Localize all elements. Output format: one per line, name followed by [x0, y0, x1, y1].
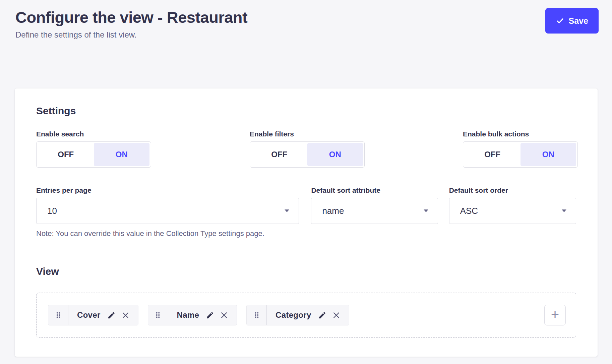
- field-pill-cover[interactable]: Cover: [48, 305, 138, 325]
- default-sort-attribute-select[interactable]: name: [311, 198, 438, 224]
- field-pill-label: Name: [177, 310, 199, 320]
- enable-filters-field: Enable filters OFF ON: [250, 130, 463, 168]
- field-pill-category[interactable]: Category: [246, 305, 349, 325]
- enable-bulk-actions-off-option[interactable]: OFF: [465, 143, 521, 166]
- save-button-label: Save: [569, 16, 588, 26]
- toggles-row: Enable search OFF ON Enable filters OFF …: [36, 130, 576, 168]
- default-sort-order-select[interactable]: ASC: [449, 198, 576, 224]
- enable-filters-toggle[interactable]: OFF ON: [250, 141, 365, 168]
- view-section-heading: View: [36, 266, 576, 277]
- entries-per-page-note: Note: You can override this value in the…: [36, 229, 299, 238]
- settings-section-heading: Settings: [36, 105, 576, 117]
- page-header: Configure the view - Restaurant Define t…: [0, 0, 612, 40]
- field-layout-dropzone: Cover: [36, 293, 576, 338]
- default-sort-order-label: Default sort order: [449, 186, 576, 194]
- enable-search-toggle[interactable]: OFF ON: [36, 141, 151, 168]
- drag-handle-icon[interactable]: [247, 305, 267, 325]
- entries-per-page-value: 10: [47, 206, 57, 216]
- chevron-down-icon: [285, 209, 289, 212]
- pencil-icon[interactable]: [318, 311, 326, 319]
- enable-filters-label: Enable filters: [250, 130, 463, 138]
- enable-filters-off-option[interactable]: OFF: [251, 143, 307, 166]
- field-pill-label: Cover: [77, 310, 101, 320]
- drag-handle-icon[interactable]: [48, 305, 68, 325]
- enable-search-off-option[interactable]: OFF: [38, 143, 94, 166]
- pencil-icon[interactable]: [206, 311, 214, 319]
- section-divider: [36, 251, 576, 251]
- entries-per-page-select[interactable]: 10: [36, 198, 299, 224]
- add-field-button[interactable]: +: [544, 305, 566, 325]
- default-sort-attribute-field: Default sort attribute name: [311, 186, 438, 238]
- enable-filters-on-option[interactable]: ON: [307, 143, 363, 166]
- pencil-icon[interactable]: [107, 311, 116, 319]
- enable-bulk-actions-field: Enable bulk actions OFF ON: [463, 130, 578, 168]
- close-icon[interactable]: [332, 311, 341, 320]
- check-icon: [556, 16, 564, 25]
- default-sort-order-value: ASC: [460, 206, 478, 216]
- default-sort-order-field: Default sort order ASC: [449, 186, 576, 238]
- chevron-down-icon: [562, 209, 566, 212]
- entries-per-page-label: Entries per page: [36, 186, 299, 194]
- page-subtitle: Define the settings of the list view.: [15, 30, 247, 40]
- close-icon[interactable]: [220, 311, 229, 320]
- enable-bulk-actions-on-option[interactable]: ON: [521, 143, 576, 166]
- settings-card: Settings Enable search OFF ON Enable fil…: [15, 88, 598, 357]
- page-header-text: Configure the view - Restaurant Define t…: [15, 8, 247, 40]
- save-button[interactable]: Save: [545, 8, 599, 34]
- configure-view-page: Configure the view - Restaurant Define t…: [0, 0, 612, 364]
- field-pill-label: Category: [276, 310, 311, 320]
- page-title: Configure the view - Restaurant: [15, 8, 247, 27]
- selects-row: Entries per page 10 Note: You can overri…: [36, 186, 576, 238]
- enable-bulk-actions-label: Enable bulk actions: [463, 130, 578, 138]
- enable-bulk-actions-toggle[interactable]: OFF ON: [463, 141, 578, 168]
- entries-per-page-field: Entries per page 10 Note: You can overri…: [36, 186, 299, 238]
- enable-search-label: Enable search: [36, 130, 250, 138]
- plus-icon: +: [551, 307, 559, 321]
- drag-handle-icon[interactable]: [148, 305, 168, 325]
- close-icon[interactable]: [121, 311, 130, 320]
- enable-search-field: Enable search OFF ON: [36, 130, 250, 168]
- enable-search-on-option[interactable]: ON: [94, 143, 150, 166]
- default-sort-attribute-label: Default sort attribute: [311, 186, 438, 194]
- field-pill-name[interactable]: Name: [148, 305, 237, 325]
- chevron-down-icon: [424, 209, 428, 212]
- default-sort-attribute-value: name: [322, 206, 344, 216]
